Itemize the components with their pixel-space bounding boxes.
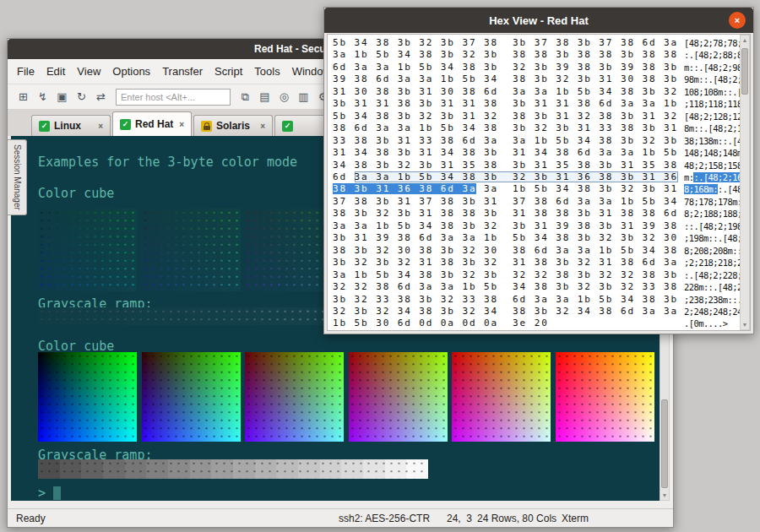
ascii-text: ;198m::.[48;2;20 bbox=[684, 232, 740, 244]
hex-row: 34 38 3b 32 3b 31 35 38 3b 31 35 38 3b 3… bbox=[333, 160, 740, 171]
find-icon[interactable]: ◎ bbox=[275, 88, 293, 106]
scrollbar-thumb[interactable] bbox=[741, 48, 748, 95]
color-cube-panel-r255 bbox=[556, 352, 654, 442]
ascii-text: .[0m....> bbox=[684, 318, 732, 329]
tab-close-icon[interactable]: × bbox=[98, 122, 103, 131]
hex-row: 3b 31 39 38 6d 3a 3a 1b 5b 34 38 3b 32 3… bbox=[333, 232, 740, 244]
menu-item[interactable]: Tools bbox=[248, 61, 285, 82]
ascii-text: ;238;238m::.[48; bbox=[684, 294, 740, 306]
color-cube-bright bbox=[38, 352, 654, 442]
menu-item[interactable]: View bbox=[71, 61, 106, 82]
menu-item[interactable]: Options bbox=[106, 61, 156, 82]
color-cube-panel-r102 bbox=[245, 352, 344, 442]
scroll-down-icon[interactable]: ▼ bbox=[741, 322, 749, 328]
ascii-text: 8m::.[48;2;138;1 bbox=[684, 122, 740, 134]
hex-bytes: 38 6d 3a 3a 1b 5b 34 38 3b 32 3b 31 33 3… bbox=[333, 122, 684, 134]
scroll-down-icon[interactable]: ▼ bbox=[660, 492, 669, 498]
session-manager-icon[interactable]: ⊞ bbox=[14, 88, 32, 106]
tab-label: Linux bbox=[54, 120, 81, 132]
quick-connect-icon[interactable]: ↯ bbox=[34, 88, 52, 106]
prompt: > bbox=[38, 486, 46, 501]
ascii-text: 8;208;208m::.[48 bbox=[684, 245, 740, 257]
status-emulation: Xterm bbox=[562, 513, 589, 524]
close-icon[interactable]: × bbox=[729, 12, 746, 29]
hex-row: 3b 31 31 38 3b 31 31 38 3b 31 31 38 6d 3… bbox=[333, 98, 740, 110]
hex-bytes: 38 3b 32 30 38 3b 32 30 38 6d 3a 3a 1b 5… bbox=[333, 245, 684, 257]
grayscale-ramp-bright bbox=[38, 459, 428, 479]
terminal-line-intro: Examples for the 3-byte color mode bbox=[38, 155, 297, 170]
quick-connect-host-input[interactable] bbox=[116, 89, 231, 106]
ascii-text: 98m::.[48;2;108; bbox=[684, 73, 740, 85]
hex-bytes: 3a 1b 5b 34 38 3b 32 3b 32 32 38 3b 32 3… bbox=[333, 269, 684, 281]
hex-bytes: 34 38 3b 32 3b 31 35 38 3b 31 35 38 3b 3… bbox=[333, 160, 684, 171]
print-icon[interactable]: ▥ bbox=[295, 88, 312, 106]
hex-bytes: 5b 34 38 3b 32 3b 37 38 3b 37 38 3b 37 3… bbox=[333, 37, 684, 49]
menu-item[interactable]: Script bbox=[209, 61, 248, 82]
hex-bytes: 3b 31 31 38 3b 31 31 38 3b 31 31 38 6d 3… bbox=[333, 98, 684, 110]
session-tab[interactable]: ✓ Linux × bbox=[31, 115, 111, 136]
ascii-text: [48;2;128;128;12 bbox=[684, 111, 740, 122]
status-cursor-position: 24, 3 bbox=[447, 513, 472, 524]
ascii-text: 78;178;178m::.[4 bbox=[684, 196, 740, 208]
hex-bytes: 3a 1b 5b 34 38 3b 32 3b 38 38 3b 38 38 3… bbox=[333, 49, 684, 61]
hex-row: 31 30 38 3b 31 30 38 6d 3a 3a 1b 5b 34 3… bbox=[333, 86, 740, 98]
hex-bytes: 38 3b 31 36 38 6d 3a 3a 1b 5b 34 38 3b 3… bbox=[333, 183, 684, 195]
hex-row: 3a 1b 5b 34 38 3b 32 3b 38 38 3b 38 38 3… bbox=[333, 49, 740, 61]
menu-item[interactable]: Edit bbox=[41, 61, 71, 82]
session-manager-side-tab[interactable]: Session Manager bbox=[8, 139, 27, 215]
hex-row: 5b 34 38 3b 32 3b 31 32 38 3b 31 32 38 3… bbox=[333, 111, 740, 122]
window-title: Red Hat - SecureCRT bbox=[8, 43, 356, 55]
hex-scrollbar[interactable]: ▲ ▼ bbox=[740, 35, 750, 330]
ascii-text: 228m::.[48;2;238 bbox=[684, 281, 740, 293]
menu-item[interactable]: File bbox=[11, 61, 41, 82]
connected-check-icon: ✓ bbox=[282, 121, 293, 132]
connected-check-icon: ✓ bbox=[39, 121, 50, 132]
paste-icon[interactable]: ▤ bbox=[256, 88, 274, 106]
hex-row: 38 3b 31 36 38 6d 3a 3a 1b 5b 34 38 3b 3… bbox=[333, 183, 740, 195]
ascii-text: [48;2;78;78;78m: bbox=[684, 37, 740, 49]
disconnect-icon[interactable]: ⇄ bbox=[92, 88, 110, 106]
ascii-text: 8;168m::.[48;2;1 bbox=[684, 183, 740, 195]
hex-bytes-selected: 38 3b 31 36 38 6d 3a bbox=[333, 183, 476, 194]
ascii-selected: 8;168m: bbox=[684, 184, 718, 194]
tab-close-icon[interactable]: × bbox=[260, 122, 265, 131]
ascii-text: ;2;218;218;218m: bbox=[684, 257, 740, 269]
menu-item[interactable]: Transfer bbox=[156, 61, 209, 82]
hex-row: 3b 32 3b 32 31 38 3b 32 31 38 3b 32 31 3… bbox=[333, 257, 740, 269]
hex-row: 3b 32 33 38 3b 32 33 38 6d 3a 3a 1b 5b 3… bbox=[333, 294, 740, 306]
hex-bytes: 31 30 38 3b 31 30 38 6d 3a 3a 1b 5b 34 3… bbox=[333, 86, 684, 98]
status-rows-cols: 24 Rows, 80 Cols bbox=[477, 513, 556, 524]
color-cube-panel-r204 bbox=[452, 352, 551, 442]
ascii-text: m::.[48;2;168;16 bbox=[684, 171, 740, 183]
hex-bytes: 3b 32 3b 32 31 38 3b 32 31 38 3b 32 31 3… bbox=[333, 257, 684, 269]
connect-terminal-icon[interactable]: ▣ bbox=[53, 88, 71, 106]
hex-dialog-titlebar[interactable]: Hex View - Red Hat × bbox=[324, 8, 753, 33]
color-cube-panel-r153 bbox=[349, 352, 448, 442]
hex-bytes: 6d 3a 3a 1b 5b 34 38 3b 32 3b 31 36 38 3… bbox=[333, 171, 684, 183]
session-tab[interactable]: ✓ Red Hat × bbox=[112, 111, 192, 136]
hex-dialog-title: Hex View - Red Hat bbox=[489, 14, 589, 27]
window-spacer bbox=[8, 501, 673, 508]
hex-content[interactable]: 5b 34 38 3b 32 3b 37 38 3b 37 38 3b 37 3… bbox=[328, 35, 740, 330]
ascii-text: 2;248;248;248m:: bbox=[684, 306, 740, 318]
ascii-text: ::.[48;2;198;198 bbox=[684, 220, 740, 232]
ascii-text: :.[48;2;228;228; bbox=[684, 269, 740, 281]
scrollbar-thumb[interactable] bbox=[661, 399, 668, 488]
hex-dialog-body: 5b 34 38 3b 32 3b 37 38 3b 37 38 3b 37 3… bbox=[327, 34, 751, 331]
tab-label: Red Hat bbox=[135, 118, 173, 130]
tab-close-icon[interactable]: × bbox=[179, 120, 184, 129]
ascii-text: m::.[48;2;98;98; bbox=[684, 62, 740, 73]
hex-row: 6d 3a 3a 1b 5b 34 38 3b 32 3b 31 36 38 3… bbox=[333, 171, 740, 183]
hex-row: 31 34 38 3b 31 34 38 3b 31 34 38 6d 3a 3… bbox=[333, 147, 740, 159]
hex-view-dialog: Hex View - Red Hat × 5b 34 38 3b 32 3b 3… bbox=[323, 7, 754, 334]
hex-bytes: 6d 3a 3a 1b 5b 34 38 3b 32 3b 39 38 3b 3… bbox=[333, 62, 684, 73]
scroll-up-icon[interactable]: ▲ bbox=[741, 37, 749, 43]
reconnect-icon[interactable]: ↻ bbox=[73, 88, 90, 106]
copy-icon[interactable]: ⧉ bbox=[236, 88, 254, 106]
locked-padlock-icon bbox=[201, 121, 212, 132]
hex-row: 33 38 3b 31 33 38 6d 3a 3a 1b 5b 34 38 3… bbox=[333, 135, 740, 147]
ascii-text: 8;2;188;188;188m bbox=[684, 208, 740, 220]
session-tab[interactable]: Solaris × bbox=[193, 115, 273, 136]
hex-bytes: 32 3b 32 34 38 3b 32 34 38 3b 32 34 38 6… bbox=[333, 306, 684, 318]
hex-row: 1b 5b 30 6d 0d 0a 0d 0a 3e 20 .[0m....> bbox=[333, 318, 740, 329]
